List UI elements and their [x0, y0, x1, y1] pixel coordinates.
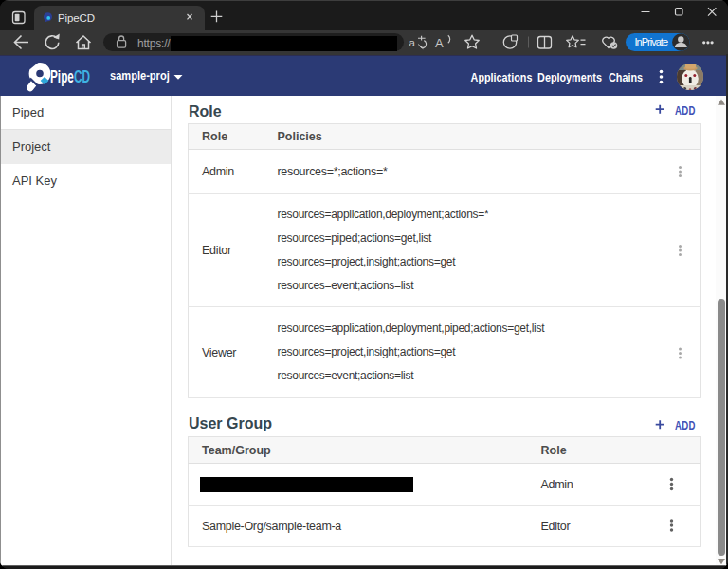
svg-text:a: a	[410, 37, 416, 48]
svg-text:InPrivate: InPrivate	[635, 36, 669, 47]
svg-text:A: A	[435, 36, 444, 50]
